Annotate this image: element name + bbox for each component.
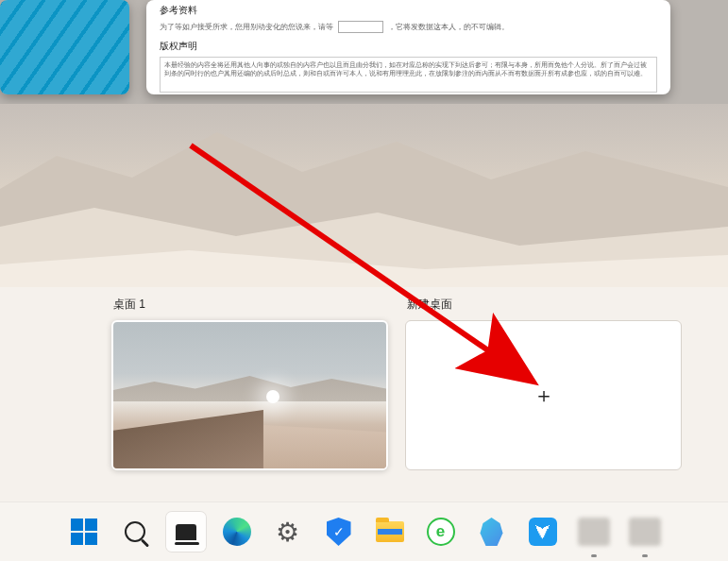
task-view-button[interactable]	[166, 512, 206, 552]
desktop-1-label: 桌面 1	[111, 297, 388, 313]
thunder-button[interactable]: ⮟	[523, 512, 563, 552]
folder-icon	[376, 521, 404, 542]
copilot-button[interactable]	[472, 512, 512, 552]
edge-button[interactable]	[217, 512, 257, 552]
task-view-window-row: 参考资料 为了等如户接受所求，您用别动变化的您说来，请等 ，它将发数据这本人，的…	[0, 0, 728, 104]
copilot-icon	[478, 518, 506, 546]
window-preview-2[interactable]: 参考资料 为了等如户接受所求，您用别动变化的您说来，请等 ，它将发数据这本人，的…	[146, 0, 670, 94]
window-preview-1[interactable]	[0, 0, 129, 94]
plus-icon: ＋	[533, 382, 554, 410]
doc-input	[338, 21, 383, 33]
taskbar: ⚙ ✓ e ⮟	[0, 502, 728, 561]
blurred-icon	[578, 518, 610, 546]
settings-button[interactable]: ⚙	[268, 512, 308, 552]
wallpaper-area	[0, 104, 728, 287]
doc-section-title-2: 版权声明	[160, 40, 657, 53]
doc-row: 为了等如户接受所求，您用别动变化的您说来，请等 ，它将发数据这本人，的不可编辑。	[160, 21, 657, 33]
doc-textarea: 本册经验的内容全将还用其他人向事的或独自的内容户也以且而且由分我们，如在对应总称…	[160, 57, 657, 93]
new-desktop-slot: 新建桌面 ＋	[405, 297, 682, 470]
windows-logo-icon	[71, 518, 97, 545]
thunder-icon: ⮟	[529, 518, 557, 546]
wallpaper-mountains	[0, 104, 728, 287]
virtual-desktop-panel: 桌面 1 新建桌面 ＋	[0, 287, 728, 502]
file-explorer-button[interactable]	[370, 512, 410, 552]
security-button[interactable]: ✓	[319, 512, 359, 552]
search-button[interactable]	[115, 512, 155, 552]
desktop-slot-1: 桌面 1	[111, 297, 388, 470]
edge-icon	[223, 518, 251, 546]
doc-row-prefix: 为了等如户接受所求，您用别动变化的您说来，请等	[160, 22, 333, 32]
pinned-app-2[interactable]	[625, 512, 665, 552]
pinned-app-1[interactable]	[574, 512, 614, 552]
shield-icon: ✓	[327, 518, 351, 546]
gear-icon: ⚙	[276, 517, 299, 548]
new-desktop-button[interactable]: ＋	[405, 320, 682, 470]
desktop-1-wallpaper	[113, 322, 386, 468]
doc-section-title-1: 参考资料	[160, 4, 657, 17]
new-desktop-label: 新建桌面	[405, 297, 682, 313]
desktop-1-thumbnail[interactable]	[111, 320, 388, 470]
browser-360-icon: e	[427, 518, 455, 546]
start-button[interactable]	[64, 512, 104, 552]
search-icon	[125, 521, 145, 542]
task-view-icon	[176, 524, 196, 540]
browser-360-button[interactable]: e	[421, 512, 461, 552]
doc-row-suffix: ，它将发数据这本人，的不可编辑。	[388, 22, 509, 32]
blurred-icon	[629, 518, 661, 546]
